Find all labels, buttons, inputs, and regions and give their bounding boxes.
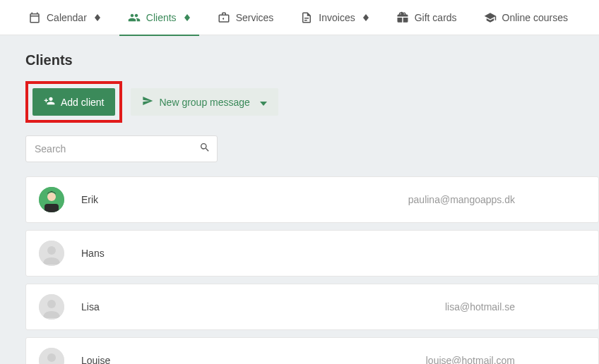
new-group-message-button[interactable]: New group message: [131, 88, 278, 116]
avatar: [39, 241, 64, 266]
page-title: Clients: [25, 52, 599, 68]
client-name: Erik: [81, 194, 98, 205]
svg-point-4: [47, 246, 56, 255]
action-row: Add client New group message: [25, 81, 599, 123]
nav-calendar[interactable]: Calendar: [28, 0, 101, 35]
button-label: New group message: [159, 97, 249, 108]
avatar: [39, 348, 64, 364]
svg-point-1: [47, 193, 56, 201]
sort-updown-icon: [94, 13, 101, 23]
send-icon: [142, 95, 153, 109]
sort-updown-icon: [184, 13, 191, 23]
search-icon[interactable]: [199, 142, 210, 156]
client-name: Hans: [81, 248, 105, 259]
search-input[interactable]: [25, 135, 218, 162]
button-label: Add client: [61, 97, 104, 108]
nav-clients[interactable]: Clients: [128, 0, 191, 35]
nav-gift-cards[interactable]: Gift cards: [396, 0, 457, 35]
highlight-annotation: Add client: [25, 81, 122, 123]
client-name: Lisa: [81, 301, 100, 313]
calendar-icon: [28, 11, 41, 24]
sort-updown-icon: [362, 13, 369, 23]
nav-label: Services: [236, 12, 274, 23]
page-content: Clients Add client New group message: [0, 35, 599, 364]
client-row[interactable]: Louise louise@hotmail.com: [25, 337, 599, 364]
nav-invoices[interactable]: Invoices: [300, 0, 369, 35]
svg-point-8: [47, 353, 56, 362]
add-client-button[interactable]: Add client: [32, 88, 115, 116]
nav-label: Online courses: [502, 12, 568, 23]
nav-services[interactable]: Services: [218, 0, 274, 35]
client-row[interactable]: Hans: [25, 230, 599, 277]
nav-label: Invoices: [319, 12, 355, 23]
graduation-cap-icon: [484, 11, 497, 24]
client-name: Louise: [81, 355, 110, 364]
client-row[interactable]: Erik paulina@mangoapps.dk: [25, 176, 599, 223]
caret-down-icon: [260, 97, 267, 108]
search-wrap: [25, 135, 218, 162]
client-row[interactable]: Lisa lisa@hotmail.se: [25, 284, 599, 330]
avatar: [39, 187, 64, 212]
gift-icon: [396, 11, 409, 24]
nav-online-courses[interactable]: Online courses: [484, 0, 568, 35]
nav-label: Gift cards: [415, 12, 457, 23]
svg-rect-2: [45, 204, 59, 212]
client-email: louise@hotmail.com: [426, 355, 586, 364]
briefcase-icon: [218, 11, 230, 24]
top-nav: Calendar Clients Services Invoices: [0, 0, 599, 35]
clients-icon: [128, 11, 141, 24]
avatar: [39, 294, 64, 320]
client-email: paulina@mangoapps.dk: [408, 194, 586, 205]
invoice-icon: [300, 11, 313, 24]
client-email: lisa@hotmail.se: [445, 301, 586, 313]
person-add-icon: [44, 95, 55, 109]
nav-label: Calendar: [47, 12, 87, 23]
nav-label: Clients: [146, 12, 177, 23]
client-list: Erik paulina@mangoapps.dk Hans Lisa lisa…: [25, 176, 599, 364]
svg-point-6: [47, 300, 56, 308]
